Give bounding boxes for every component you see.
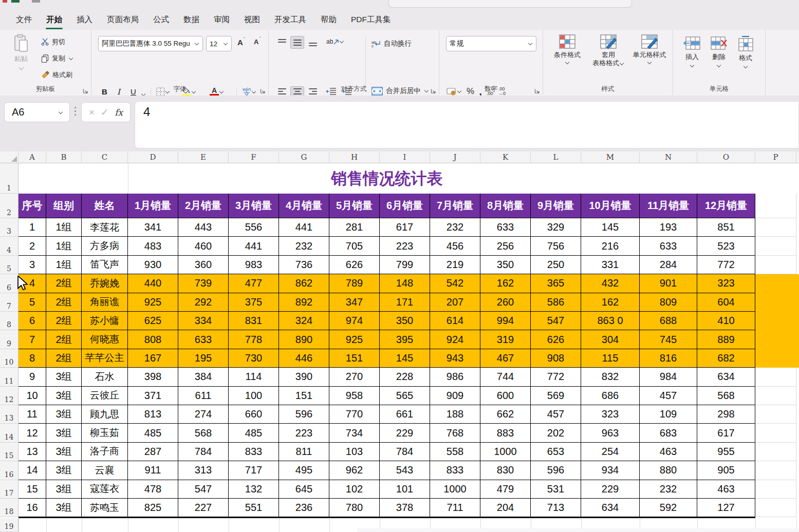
cell-C17[interactable]: 寇莲衣 xyxy=(82,480,128,499)
cell-A18[interactable]: 16 xyxy=(18,499,46,517)
ribbon-tab-视图[interactable]: 视图 xyxy=(238,11,266,28)
cell-J2[interactable]: 7月销量 xyxy=(430,194,480,218)
cell-D2[interactable]: 1月销量 xyxy=(128,194,178,218)
cell-D12[interactable]: 371 xyxy=(128,387,178,405)
ribbon-tab-审阅[interactable]: 审阅 xyxy=(208,11,235,28)
cell-M8[interactable]: 863 0 xyxy=(581,312,640,330)
cell-E14[interactable]: 568 xyxy=(178,424,229,442)
cell-N16[interactable]: 880 xyxy=(640,461,697,480)
cell-O15[interactable]: 955 xyxy=(697,443,755,461)
cell-D7[interactable]: 925 xyxy=(128,293,178,312)
cell-H11[interactable]: 270 xyxy=(329,368,380,386)
font-size-select[interactable]: 12 xyxy=(206,36,232,51)
cell-C13[interactable]: 顾九思 xyxy=(82,405,128,424)
cell-D10[interactable]: 167 xyxy=(128,349,178,368)
cell-I8[interactable]: 350 xyxy=(380,312,430,330)
cell-H18[interactable]: 780 xyxy=(329,499,380,517)
cell-O18[interactable]: 127 xyxy=(697,499,755,517)
column-header-A[interactable]: A xyxy=(18,151,46,163)
increase-font-button[interactable]: Aˆ xyxy=(237,38,245,47)
cell-H13[interactable]: 770 xyxy=(329,405,380,424)
conditional-formatting-button[interactable]: 条件格式 xyxy=(548,34,586,65)
cell-D16[interactable]: 911 xyxy=(128,461,178,480)
cell-G4[interactable]: 232 xyxy=(279,237,329,255)
cell-B7[interactable]: 2组 xyxy=(46,293,82,312)
cell-E3[interactable]: 443 xyxy=(178,218,229,237)
cell-M10[interactable]: 115 xyxy=(581,349,640,368)
row-header-4[interactable]: 4 xyxy=(0,237,18,255)
cell-B13[interactable]: 3组 xyxy=(46,405,82,424)
cell-B5[interactable]: 1组 xyxy=(46,256,82,274)
cell-B10[interactable]: 2组 xyxy=(46,349,82,368)
cancel-icon[interactable]: × xyxy=(89,107,95,118)
cell-A11[interactable]: 9 xyxy=(18,368,46,386)
cell-P8[interactable] xyxy=(755,312,799,330)
row-header-5[interactable]: 5 xyxy=(0,256,18,274)
cell-K4[interactable]: 256 xyxy=(480,237,531,255)
cell-A7[interactable]: 5 xyxy=(18,293,46,312)
cell-C5[interactable]: 笛飞声 xyxy=(82,256,128,274)
cell-H7[interactable]: 347 xyxy=(329,293,380,312)
cell-K2[interactable]: 8月销量 xyxy=(480,194,531,218)
row-header-16[interactable]: 16 xyxy=(0,461,18,480)
cell-N3[interactable]: 193 xyxy=(640,218,697,237)
cell-I5[interactable]: 799 xyxy=(380,256,430,274)
wrap-text-button[interactable]: ab c 自动换行 xyxy=(371,39,412,48)
cell-M3[interactable]: 145 xyxy=(581,218,640,237)
cell-G16[interactable]: 495 xyxy=(279,461,329,480)
cell-N8[interactable]: 688 xyxy=(640,312,697,330)
cell-G6[interactable]: 862 xyxy=(279,274,329,293)
cell-G18[interactable]: 236 xyxy=(279,499,329,517)
column-header-N[interactable]: N xyxy=(640,151,697,163)
cell-J18[interactable]: 711 xyxy=(430,499,480,517)
cell-E6[interactable]: 739 xyxy=(178,274,229,293)
row-header-9[interactable]: 9 xyxy=(0,330,18,349)
cell-M4[interactable]: 216 xyxy=(581,237,640,255)
cell-F5[interactable]: 983 xyxy=(229,256,279,274)
paste-button[interactable]: 粘贴 xyxy=(7,34,35,87)
cell-P3[interactable] xyxy=(755,218,796,237)
cell-A4[interactable]: 2 xyxy=(18,237,46,255)
ribbon-tab-开发工具[interactable]: 开发工具 xyxy=(269,11,312,28)
cell-M7[interactable]: 162 xyxy=(581,293,640,312)
cell-O17[interactable]: 463 xyxy=(697,480,755,499)
format-painter-button[interactable]: 格式刷 xyxy=(41,68,73,82)
column-header-D[interactable]: D xyxy=(128,151,178,163)
dialog-launcher-number[interactable] xyxy=(534,87,540,92)
cell-J5[interactable]: 219 xyxy=(430,256,480,274)
dialog-launcher-font[interactable] xyxy=(260,87,266,92)
row-header-8[interactable]: 8 xyxy=(0,312,18,330)
cell-P4[interactable] xyxy=(755,237,796,255)
row-header-11[interactable]: 11 xyxy=(0,368,18,386)
cell-K3[interactable]: 633 xyxy=(480,218,531,237)
cell-H8[interactable]: 974 xyxy=(329,312,380,330)
row-header-6[interactable]: 6 xyxy=(0,274,18,293)
cell-P14[interactable] xyxy=(755,424,796,442)
insert-cells-button[interactable]: 插入 xyxy=(680,36,704,68)
cell-L3[interactable]: 329 xyxy=(531,218,581,237)
orientation-button[interactable]: ab xyxy=(326,38,344,45)
cell-K18[interactable]: 204 xyxy=(480,499,531,517)
cell-L11[interactable]: 772 xyxy=(531,368,581,386)
cell-A12[interactable]: 10 xyxy=(18,387,46,405)
cell-H17[interactable]: 102 xyxy=(329,480,380,499)
cell-P5[interactable] xyxy=(755,256,796,274)
cell-C8[interactable]: 苏小慵 xyxy=(82,312,128,330)
cell-J4[interactable]: 456 xyxy=(430,237,480,255)
cell-F17[interactable]: 132 xyxy=(229,480,279,499)
cell-B2[interactable]: 组别 xyxy=(46,194,82,218)
cell-A17[interactable]: 15 xyxy=(18,480,46,499)
cell-M14[interactable]: 963 xyxy=(581,424,640,442)
cell-L4[interactable]: 756 xyxy=(531,237,581,255)
cell-L16[interactable]: 596 xyxy=(531,461,581,480)
cell-F2[interactable]: 3月销量 xyxy=(229,194,279,218)
cell-O4[interactable]: 523 xyxy=(697,237,755,255)
cell-P2[interactable] xyxy=(755,194,796,218)
decrease-font-button[interactable]: Aˇ xyxy=(254,38,261,46)
cell-I11[interactable]: 228 xyxy=(380,368,430,386)
cell-P6[interactable] xyxy=(755,274,799,293)
cell-N15[interactable]: 463 xyxy=(640,443,697,461)
cell-B9[interactable]: 2组 xyxy=(46,330,82,349)
row-header-3[interactable]: 3 xyxy=(0,218,18,237)
cell-G17[interactable]: 645 xyxy=(279,480,329,499)
